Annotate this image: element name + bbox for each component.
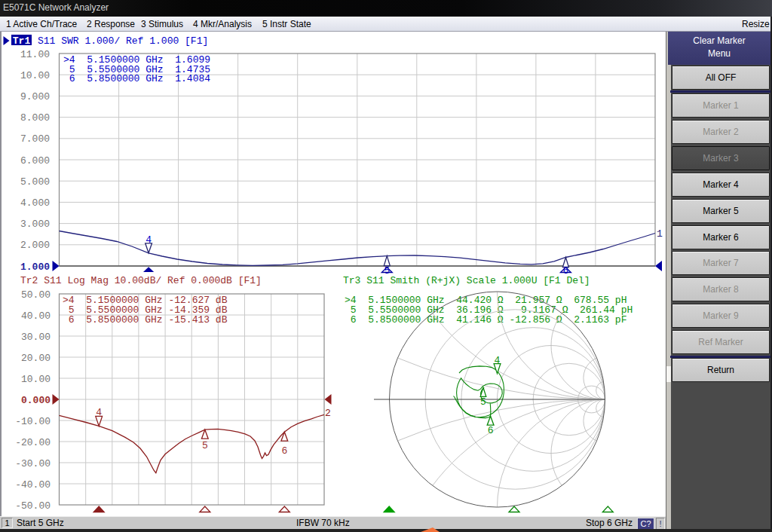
svg-text:3.000: 3.000	[20, 219, 50, 230]
svg-text:6 5.8500000 GHz -15.413 dB: 6 5.8500000 GHz -15.413 dB	[63, 314, 228, 326]
svg-text:Tr3 S11 Smith (R+jX) Scale 1.0: Tr3 S11 Smith (R+jX) Scale 1.000U [F1 De…	[343, 275, 590, 286]
svg-text:-30.00: -30.00	[15, 458, 51, 469]
svg-text:30.00: 30.00	[21, 332, 51, 343]
svg-text:7.000: 7.000	[20, 133, 50, 145]
svg-text:6: 6	[281, 445, 287, 457]
svg-text:Tr2 S11 Log Mag 10.00dB/ Ref 0: Tr2 S11 Log Mag 10.00dB/ Ref 0.000dB [F1…	[20, 275, 262, 286]
svg-text:6: 6	[488, 425, 494, 436]
svg-text:40.00: 40.00	[21, 310, 51, 322]
svg-text:-20.00: -20.00	[15, 437, 51, 448]
svg-text:4: 4	[96, 407, 102, 418]
svg-text:20.00: 20.00	[21, 353, 51, 364]
svg-text:-40.00: -40.00	[15, 479, 51, 491]
svg-text:6.000: 6.000	[20, 155, 50, 167]
svg-text:Tr1: Tr1	[13, 35, 31, 47]
svg-text:10.00: 10.00	[21, 374, 51, 385]
svg-text:4.000: 4.000	[20, 197, 50, 209]
svg-text:S11 SWR 1.000/ Ref 1.000 [F1]: S11 SWR 1.000/ Ref 1.000 [F1]	[38, 35, 208, 47]
svg-text:-50.00: -50.00	[15, 500, 51, 512]
svg-text:50.00: 50.00	[21, 289, 51, 301]
svg-text:5: 5	[202, 440, 208, 451]
svg-text:5.000: 5.000	[20, 176, 50, 188]
svg-text:1.000: 1.000	[20, 261, 50, 273]
svg-text:10.00: 10.00	[20, 70, 50, 81]
svg-text:8.000: 8.000	[20, 112, 50, 124]
svg-text:2.000: 2.000	[20, 240, 50, 251]
svg-text:11.00: 11.00	[20, 49, 50, 60]
svg-text:2: 2	[325, 408, 331, 419]
svg-text:-10.00: -10.00	[15, 416, 51, 427]
svg-text:6 5.8500000 GHz 1.4084: 6 5.8500000 GHz 1.4084	[63, 73, 210, 84]
svg-text:0.000: 0.000	[21, 395, 51, 406]
svg-text:4: 4	[146, 234, 152, 246]
svg-text:9.000: 9.000	[20, 91, 50, 102]
svg-text:6 5.8500000 GHz 41.146 Ω -12: 6 5.8500000 GHz 41.146 Ω -12.856 Ω 2.116…	[345, 314, 626, 326]
svg-text:4: 4	[495, 355, 501, 366]
svg-text:5: 5	[480, 396, 486, 408]
svg-text:1: 1	[657, 228, 663, 240]
